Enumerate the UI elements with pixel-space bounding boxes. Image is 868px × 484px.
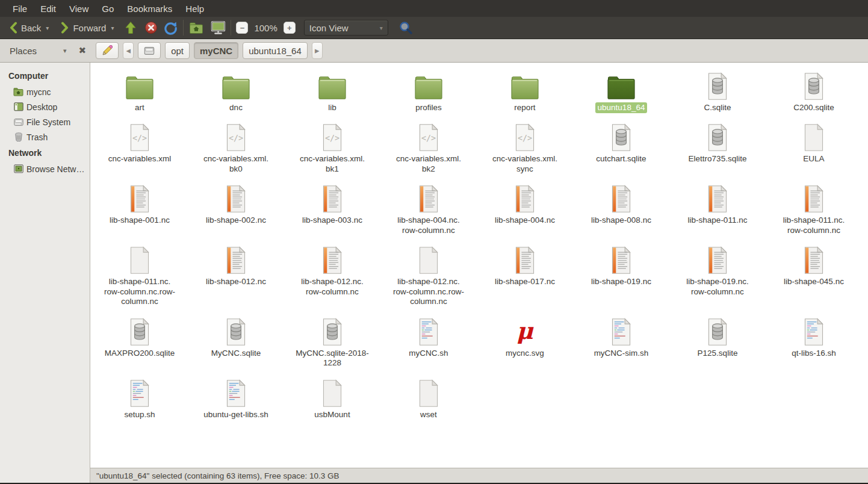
svg-text:</>: </> bbox=[421, 134, 436, 143]
file-report[interactable]: report bbox=[477, 66, 573, 117]
file-lib-shape-004-nc[interactable]: lib-shape-004.nc. row-column.nc bbox=[380, 179, 477, 240]
search-button[interactable] bbox=[398, 20, 414, 36]
file-item-label: cnc-variables.xml bbox=[106, 154, 173, 164]
database-file-icon bbox=[706, 123, 729, 152]
scroll-left-button[interactable]: ◂ bbox=[123, 42, 134, 59]
back-button[interactable]: Back ▾ bbox=[5, 19, 53, 36]
file-ubuntu18-64[interactable]: ubuntu18_64 bbox=[573, 66, 669, 117]
sidebar-item-trash[interactable]: Trash bbox=[0, 129, 90, 144]
file-lib-shape-002-nc[interactable]: lib-shape-002.nc bbox=[188, 179, 284, 240]
file-mycnc-svg[interactable]: μ mycnc.svg bbox=[477, 312, 573, 373]
file-item-label: cnc-variables.xml. bk0 bbox=[201, 154, 271, 175]
file-lib-shape-004-nc[interactable]: lib-shape-004.nc bbox=[477, 179, 573, 240]
computer-button[interactable] bbox=[210, 20, 226, 36]
file-lib-shape-008-nc[interactable]: lib-shape-008.nc bbox=[573, 179, 669, 240]
file-lib-shape-011-nc[interactable]: lib-shape-011.nc. row-column.nc bbox=[766, 179, 862, 240]
sidebar-item-desktop[interactable]: Desktop bbox=[0, 99, 90, 114]
file-mycnc-sqlite[interactable]: MyCNC.sqlite bbox=[188, 312, 284, 373]
forward-history-caret-icon[interactable]: ▾ bbox=[111, 25, 114, 31]
home-button[interactable] bbox=[188, 20, 204, 36]
menu-go[interactable]: Go bbox=[95, 1, 120, 16]
search-icon bbox=[398, 20, 413, 35]
stop-button[interactable] bbox=[143, 20, 159, 36]
file-p125-sqlite[interactable]: P125.sqlite bbox=[669, 312, 766, 373]
file-lib-shape-011-nc[interactable]: lib-shape-011.nc. row-column.nc.row- col… bbox=[91, 240, 188, 311]
file-cnc-variables-xml[interactable]: </> cnc-variables.xml. sync bbox=[477, 117, 573, 179]
file-lib-shape-045-nc[interactable]: lib-shape-045.nc bbox=[766, 240, 862, 311]
file-eula[interactable]: EULA bbox=[766, 117, 862, 179]
file-profiles[interactable]: profiles bbox=[380, 66, 477, 117]
menu-bookmarks[interactable]: Bookmarks bbox=[120, 1, 179, 16]
file-mycnc-sqlite-2018[interactable]: MyCNC.sqlite-2018- 1228 bbox=[284, 312, 380, 373]
file-lib-shape-019-nc[interactable]: lib-shape-019.nc bbox=[573, 240, 669, 311]
file-lib-shape-012-nc[interactable]: lib-shape-012.nc bbox=[188, 240, 284, 311]
file-item-label: profiles bbox=[413, 102, 444, 113]
file-mycnc-sim-sh[interactable]: myCNC-sim.sh bbox=[573, 312, 669, 373]
menu-file[interactable]: File bbox=[6, 1, 34, 16]
back-history-caret-icon[interactable]: ▾ bbox=[46, 25, 49, 31]
xml-file-icon: </> bbox=[128, 123, 151, 152]
up-button[interactable] bbox=[123, 20, 138, 36]
file-item-label: lib bbox=[326, 102, 339, 113]
database-file-icon bbox=[706, 318, 729, 346]
sidebar-item-browse-netw[interactable]: Browse Netw… bbox=[0, 161, 90, 176]
breadcrumb-ubuntu18-64[interactable]: ubuntu18_64 bbox=[243, 42, 308, 59]
file-wset[interactable]: wset bbox=[380, 373, 477, 424]
refresh-button[interactable] bbox=[163, 20, 178, 36]
file-ubuntu-get-libs-sh[interactable]: ubuntu-get-libs.sh bbox=[188, 373, 284, 424]
file-usbmount[interactable]: usbMount bbox=[284, 373, 380, 424]
file-view[interactable]: art dnc lib profiles report bbox=[90, 63, 868, 468]
file-lib-shape-012-nc[interactable]: lib-shape-012.nc. row-column.nc bbox=[284, 240, 380, 311]
file-mycnc-sh[interactable]: myCNC.sh bbox=[380, 312, 477, 373]
file-item-label: qt-libs-16.sh bbox=[789, 348, 839, 359]
database-file-icon bbox=[802, 72, 825, 101]
file-dnc[interactable]: dnc bbox=[188, 66, 284, 117]
file-cutchart-sqlite[interactable]: cutchart.sqlite bbox=[573, 117, 669, 179]
sidebar-item-mycnc[interactable]: mycnc bbox=[0, 84, 90, 99]
back-chevron-icon bbox=[9, 22, 17, 34]
close-sidebar-button[interactable]: ✖ bbox=[79, 45, 87, 56]
file-lib-shape-011-nc[interactable]: lib-shape-011.nc bbox=[669, 179, 766, 240]
file-cnc-variables-xml[interactable]: </> cnc-variables.xml. bk2 bbox=[380, 117, 477, 179]
mu-svg-image-icon: μ bbox=[512, 318, 538, 346]
text-file-icon bbox=[225, 185, 247, 213]
plain-file-icon bbox=[321, 379, 344, 408]
menu-bar: FileEditViewGoBookmarksHelp bbox=[0, 0, 868, 17]
file-setup-sh[interactable]: setup.sh bbox=[91, 373, 188, 424]
places-caret-icon: ▾ bbox=[63, 47, 67, 55]
menu-view[interactable]: View bbox=[63, 1, 95, 16]
menu-edit[interactable]: Edit bbox=[34, 1, 63, 16]
forward-button[interactable]: Forward ▾ bbox=[57, 19, 118, 36]
edit-location-button[interactable] bbox=[96, 42, 119, 59]
file-art[interactable]: art bbox=[91, 66, 188, 117]
scroll-right-button[interactable]: ▸ bbox=[312, 42, 323, 59]
sidebar-item-file-system[interactable]: File System bbox=[0, 114, 90, 129]
folder-icon bbox=[414, 75, 444, 101]
breadcrumb-mycnc[interactable]: myCNC bbox=[194, 42, 238, 59]
file-lib[interactable]: lib bbox=[284, 66, 380, 117]
places-dropdown[interactable]: Places ▾ bbox=[6, 45, 70, 57]
file-lib-shape-001-nc[interactable]: lib-shape-001.nc bbox=[91, 179, 188, 240]
zoom-in-button[interactable]: + bbox=[284, 22, 296, 34]
file-lib-shape-017-nc[interactable]: lib-shape-017.nc bbox=[477, 240, 573, 311]
file-maxpro200-sqlite[interactable]: MAXPRO200.sqlite bbox=[91, 312, 188, 373]
file-lib-shape-003-nc[interactable]: lib-shape-003.nc bbox=[284, 179, 380, 240]
menu-help[interactable]: Help bbox=[179, 1, 211, 16]
text-file-icon bbox=[610, 246, 633, 275]
root-drive-button[interactable] bbox=[138, 42, 161, 59]
file-lib-shape-019-nc[interactable]: lib-shape-019.nc. row-column.nc bbox=[669, 240, 766, 311]
view-mode-select[interactable]: Icon View ▾ bbox=[304, 20, 388, 36]
file-cnc-variables-xml[interactable]: </> cnc-variables.xml. bk0 bbox=[188, 117, 284, 179]
breadcrumb-opt[interactable]: opt bbox=[165, 42, 190, 59]
file-c-sqlite[interactable]: C.sqlite bbox=[669, 66, 766, 117]
file-cnc-variables-xml[interactable]: </> cnc-variables.xml. bk1 bbox=[284, 117, 380, 179]
file-lib-shape-012-nc[interactable]: lib-shape-012.nc. row-column.nc.row- col… bbox=[380, 240, 477, 311]
file-qt-libs-16-sh[interactable]: qt-libs-16.sh bbox=[766, 312, 862, 373]
file-c200-sqlite[interactable]: C200.sqlite bbox=[766, 66, 862, 117]
zoom-out-button[interactable]: − bbox=[236, 22, 248, 34]
file-elettro735-sqlite[interactable]: Elettro735.sqlite bbox=[669, 117, 766, 179]
file-cnc-variables-xml[interactable]: </> cnc-variables.xml bbox=[91, 117, 188, 179]
network-icon bbox=[14, 164, 23, 173]
file-item-label: MAXPRO200.sqlite bbox=[102, 348, 177, 359]
status-bar: "ubuntu18_64" selected (containing 63 it… bbox=[90, 468, 868, 483]
